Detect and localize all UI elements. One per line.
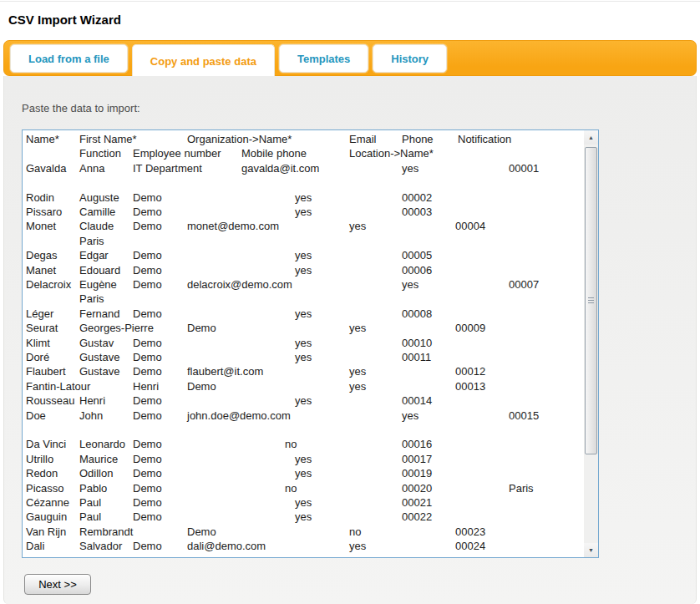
- csv-cell: Monet: [26, 219, 56, 233]
- csv-cell: John: [79, 409, 103, 423]
- csv-line: SeuratGeorges-PierreDemoyes00009: [26, 321, 583, 336]
- csv-cell: 00004: [455, 219, 485, 233]
- csv-cell: Léger: [26, 307, 53, 321]
- csv-cell: Van Rijn: [26, 525, 66, 539]
- csv-cell: Demo: [133, 437, 162, 451]
- csv-cell: monet@demo.com: [187, 219, 279, 233]
- csv-cell: 00024: [455, 539, 485, 553]
- csv-line: DoeJohnDemojohn.doe@demo.comyes00015: [26, 409, 583, 424]
- csv-line: CézannePaulDemoyes00021: [26, 495, 583, 510]
- scroll-down-button[interactable]: ▼: [584, 543, 598, 557]
- csv-cell: Organization->Name*: [187, 132, 292, 146]
- csv-line: FunctionEmployee numberMobile phoneLocat…: [26, 146, 583, 161]
- csv-cell: Demo: [133, 466, 162, 480]
- csv-cell: Cézanne: [26, 495, 69, 510]
- scrollbar-thumb[interactable]: [585, 147, 597, 454]
- csv-cell: Gustave: [79, 364, 119, 378]
- csv-cell: 00008: [402, 307, 432, 321]
- csv-line: Name*First Name*Organization->Name*Email…: [26, 132, 583, 147]
- csv-cell: Demo: [133, 510, 162, 524]
- tab-templates[interactable]: Templates: [279, 44, 368, 73]
- csv-cell: gavalda@it.com: [241, 161, 319, 175]
- csv-cell: no: [349, 525, 361, 539]
- csv-cell: 00006: [402, 263, 432, 277]
- content-panel: Paste the data to import: Name*First Nam…: [3, 76, 697, 604]
- csv-cell: yes: [295, 393, 312, 408]
- next-button[interactable]: Next >>: [24, 574, 91, 595]
- csv-line: Fantin-LatourHenriDemoyes00013: [26, 379, 583, 394]
- csv-cell: yes: [349, 379, 366, 393]
- csv-cell: Demo: [133, 364, 162, 378]
- csv-line: [26, 175, 583, 190]
- csv-cell: Paris: [509, 481, 534, 495]
- csv-cell: Seurat: [26, 321, 58, 335]
- tab-copy-and-paste-data[interactable]: Copy and paste data: [132, 44, 275, 77]
- csv-line: UtrilloMauriceDemoyes00017: [26, 452, 583, 467]
- tab-history[interactable]: History: [373, 44, 447, 73]
- tab-load-from-a-file[interactable]: Load from a file: [10, 44, 128, 73]
- csv-cell: Maurice: [79, 452, 118, 466]
- csv-cell: Email: [349, 132, 377, 146]
- csv-cell: yes: [295, 190, 312, 205]
- csv-cell: Demo: [133, 481, 162, 495]
- csv-cell: Demo: [133, 263, 162, 277]
- csv-cell: no: [285, 481, 297, 495]
- csv-cell: Demo: [133, 336, 162, 350]
- csv-cell: Demo: [133, 393, 162, 408]
- csv-cell: Location->Name*: [349, 146, 434, 160]
- arrow-down-icon: ▼: [588, 547, 594, 553]
- csv-cell: Georges-Pierre: [79, 321, 154, 335]
- top-divider: [0, 1, 700, 2]
- csv-cell: yes: [349, 321, 366, 335]
- csv-text: Name*First Name*Organization->Name*Email…: [26, 130, 583, 557]
- csv-cell: yes: [402, 409, 418, 423]
- csv-cell: Delacroix: [26, 277, 71, 292]
- csv-cell: Auguste: [79, 190, 119, 205]
- csv-cell: Demo: [133, 219, 162, 233]
- csv-cell: Employee number: [133, 146, 221, 160]
- csv-cell: Paul: [79, 495, 101, 510]
- csv-cell: Henri: [79, 393, 105, 408]
- csv-cell: 00002: [402, 190, 432, 205]
- csv-cell: Demo: [133, 248, 162, 262]
- csv-cell: Edgar: [79, 248, 109, 262]
- csv-cell: Redon: [26, 466, 58, 480]
- csv-cell: 00020: [402, 481, 432, 495]
- csv-cell: Anna: [79, 161, 104, 175]
- csv-line: DegasEdgarDemoyes00005: [26, 248, 583, 263]
- scroll-up-button[interactable]: ▲: [584, 130, 598, 145]
- csv-cell: Demo: [133, 495, 162, 510]
- csv-cell: yes: [349, 219, 366, 233]
- csv-cell: 00003: [402, 205, 432, 219]
- csv-line: GavaldaAnnaIT Departmentgavalda@it.comye…: [26, 161, 583, 176]
- csv-cell: Salvador: [79, 539, 122, 553]
- csv-cell: 00022: [402, 510, 432, 524]
- csv-cell: no: [285, 437, 297, 451]
- csv-line: LégerFernandDemoyes00008: [26, 307, 583, 322]
- csv-cell: Dali: [26, 539, 44, 553]
- csv-cell: 00011: [402, 350, 431, 364]
- paste-data-textarea[interactable]: Name*First Name*Organization->Name*Email…: [22, 129, 599, 558]
- csv-cell: dali@demo.com: [187, 539, 266, 553]
- csv-cell: yes: [295, 495, 312, 510]
- csv-line: DaliSalvadorDemodali@demo.comyes00024: [26, 539, 583, 554]
- csv-cell: Gustav: [79, 336, 114, 350]
- csv-cell: 00019: [402, 466, 432, 480]
- page-title: CSV Import Wizard: [8, 13, 121, 27]
- csv-line: DoréGustaveDemoyes00011: [26, 350, 583, 365]
- csv-line: DelacroixEugèneDemodelacroix@demo.comyes…: [26, 277, 583, 292]
- csv-cell: Rembrandt: [79, 525, 133, 539]
- csv-cell: IT Department: [133, 161, 202, 175]
- csv-line: PicassoPabloDemono00020Paris: [26, 481, 583, 496]
- csv-line: Grenoble: [26, 554, 583, 558]
- csv-cell: yes: [295, 350, 312, 364]
- csv-cell: Doré: [26, 350, 49, 364]
- csv-cell: 00023: [455, 525, 485, 539]
- csv-cell: Mobile phone: [241, 146, 307, 160]
- csv-line: FlaubertGustaveDemoflaubert@it.comyes000…: [26, 364, 583, 379]
- vertical-scrollbar[interactable]: ▲ ▼: [584, 130, 598, 557]
- csv-cell: Edouard: [79, 263, 120, 277]
- csv-cell: Gauguin: [26, 510, 67, 524]
- csv-cell: Doe: [26, 409, 46, 423]
- csv-cell: Name*: [26, 132, 59, 146]
